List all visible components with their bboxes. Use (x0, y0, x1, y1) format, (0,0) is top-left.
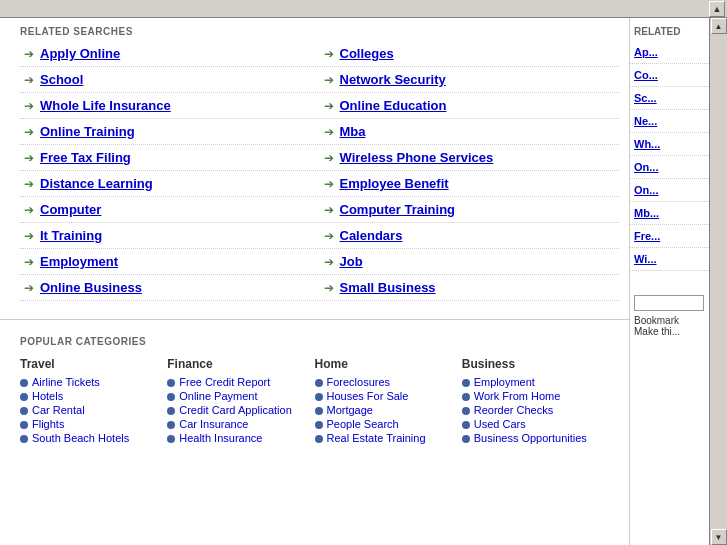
scroll-up-button[interactable]: ▲ (709, 1, 725, 17)
category-title-finance: Finance (167, 357, 304, 371)
right-panel-link-1[interactable]: Co... (630, 64, 709, 87)
search-link-whole-life-insurance[interactable]: Whole Life Insurance (40, 98, 171, 113)
search-item-online-business: ➔ Online Business (20, 275, 320, 301)
search-link-free-tax-filing[interactable]: Free Tax Filing (40, 150, 131, 165)
right-panel: RELATED Ap...Co...Sc...Ne...Wh...On...On… (629, 18, 709, 545)
category-link-business-opportunities[interactable]: Business Opportunities (462, 431, 599, 445)
category-link-work-from-home[interactable]: Work From Home (462, 389, 599, 403)
right-panel-link-0[interactable]: Ap... (630, 41, 709, 64)
search-link-online-training[interactable]: Online Training (40, 124, 135, 139)
category-title-business: Business (462, 357, 599, 371)
category-col-business: BusinessEmploymentWork From HomeReorder … (462, 357, 609, 445)
right-panel-link-9[interactable]: Wi... (630, 248, 709, 271)
search-item-colleges: ➔ Colleges (320, 41, 620, 67)
category-link-people-search[interactable]: People Search (315, 417, 452, 431)
vertical-scrollbar: ▲ ▼ (709, 18, 727, 545)
right-panel-link-8[interactable]: Fre... (630, 225, 709, 248)
scroll-down-button-v[interactable]: ▼ (711, 529, 727, 545)
bullet-icon (462, 435, 470, 443)
bullet-icon (315, 407, 323, 415)
search-link-computer[interactable]: Computer (40, 202, 101, 217)
arrow-icon: ➔ (324, 229, 334, 243)
right-panel-link-3[interactable]: Ne... (630, 110, 709, 133)
search-link-wireless-phone-services[interactable]: Wireless Phone Services (340, 150, 494, 165)
category-link-mortgage[interactable]: Mortgage (315, 403, 452, 417)
search-item-online-education: ➔ Online Education (320, 93, 620, 119)
category-link-car-insurance[interactable]: Car Insurance (167, 417, 304, 431)
search-link-online-business[interactable]: Online Business (40, 280, 142, 295)
bullet-icon (167, 421, 175, 429)
bullet-icon (315, 421, 323, 429)
bullet-icon (167, 393, 175, 401)
category-link-reorder-checks[interactable]: Reorder Checks (462, 403, 599, 417)
category-link-south-beach-hotels[interactable]: South Beach Hotels (20, 431, 157, 445)
arrow-icon: ➔ (24, 151, 34, 165)
category-link-foreclosures[interactable]: Foreclosures (315, 375, 452, 389)
right-panel-link-4[interactable]: Wh... (630, 133, 709, 156)
search-link-small-business[interactable]: Small Business (340, 280, 436, 295)
right-panel-link-5[interactable]: On... (630, 156, 709, 179)
arrow-icon: ➔ (24, 177, 34, 191)
category-link-car-rental[interactable]: Car Rental (20, 403, 157, 417)
top-scrollbar: ▲ (0, 0, 727, 18)
bullet-icon (315, 379, 323, 387)
category-link-used-cars[interactable]: Used Cars (462, 417, 599, 431)
category-link-flights[interactable]: Flights (20, 417, 157, 431)
search-item-mba: ➔ Mba (320, 119, 620, 145)
scroll-track-v[interactable] (711, 34, 727, 529)
bullet-icon (167, 435, 175, 443)
bookmark-label2: Make thi... (634, 326, 705, 337)
bullet-icon (462, 393, 470, 401)
category-link-houses-for-sale[interactable]: Houses For Sale (315, 389, 452, 403)
search-item-network-security: ➔ Network Security (320, 67, 620, 93)
search-link-employment[interactable]: Employment (40, 254, 118, 269)
arrow-icon: ➔ (324, 203, 334, 217)
content-area: RELATED SEARCHES ➔ Apply Online➔ School➔… (0, 18, 629, 545)
search-link-mba[interactable]: Mba (340, 124, 366, 139)
bullet-icon (167, 379, 175, 387)
search-link-colleges[interactable]: Colleges (340, 46, 394, 61)
category-link-health-insurance[interactable]: Health Insurance (167, 431, 304, 445)
search-link-online-education[interactable]: Online Education (340, 98, 447, 113)
category-link-credit-card-application[interactable]: Credit Card Application (167, 403, 304, 417)
arrow-icon: ➔ (24, 73, 34, 87)
right-panel-link-6[interactable]: On... (630, 179, 709, 202)
scroll-up-button-v[interactable]: ▲ (711, 18, 727, 34)
arrow-icon: ➔ (324, 281, 334, 295)
arrow-icon: ➔ (24, 99, 34, 113)
search-item-small-business: ➔ Small Business (320, 275, 620, 301)
arrow-icon: ➔ (24, 203, 34, 217)
bookmark-input[interactable] (634, 295, 704, 311)
search-link-apply-online[interactable]: Apply Online (40, 46, 120, 61)
right-panel-links: Ap...Co...Sc...Ne...Wh...On...On...Mb...… (630, 41, 709, 271)
category-link-employment[interactable]: Employment (462, 375, 599, 389)
arrow-icon: ➔ (24, 255, 34, 269)
search-link-it-training[interactable]: It Training (40, 228, 102, 243)
category-link-airline-tickets[interactable]: Airline Tickets (20, 375, 157, 389)
search-item-it-training: ➔ It Training (20, 223, 320, 249)
search-link-network-security[interactable]: Network Security (340, 72, 446, 87)
search-item-free-tax-filing: ➔ Free Tax Filing (20, 145, 320, 171)
search-item-employment: ➔ Employment (20, 249, 320, 275)
search-item-school: ➔ School (20, 67, 320, 93)
category-link-real-estate-training[interactable]: Real Estate Training (315, 431, 452, 445)
bullet-icon (20, 435, 28, 443)
right-panel-link-2[interactable]: Sc... (630, 87, 709, 110)
category-col-home: HomeForeclosuresHouses For SaleMortgageP… (315, 357, 462, 445)
search-link-computer-training[interactable]: Computer Training (340, 202, 456, 217)
arrow-icon: ➔ (24, 281, 34, 295)
category-link-free-credit-report[interactable]: Free Credit Report (167, 375, 304, 389)
bullet-icon (462, 421, 470, 429)
category-link-hotels[interactable]: Hotels (20, 389, 157, 403)
right-panel-link-7[interactable]: Mb... (630, 202, 709, 225)
arrow-icon: ➔ (24, 229, 34, 243)
search-link-employee-benefit[interactable]: Employee Benefit (340, 176, 449, 191)
search-link-distance-learning[interactable]: Distance Learning (40, 176, 153, 191)
search-link-calendars[interactable]: Calendars (340, 228, 403, 243)
category-col-finance: FinanceFree Credit ReportOnline PaymentC… (167, 357, 314, 445)
search-link-school[interactable]: School (40, 72, 83, 87)
search-link-job[interactable]: Job (340, 254, 363, 269)
category-title-travel: Travel (20, 357, 157, 371)
search-column-left: ➔ Apply Online➔ School➔ Whole Life Insur… (20, 41, 320, 301)
category-link-online-payment[interactable]: Online Payment (167, 389, 304, 403)
